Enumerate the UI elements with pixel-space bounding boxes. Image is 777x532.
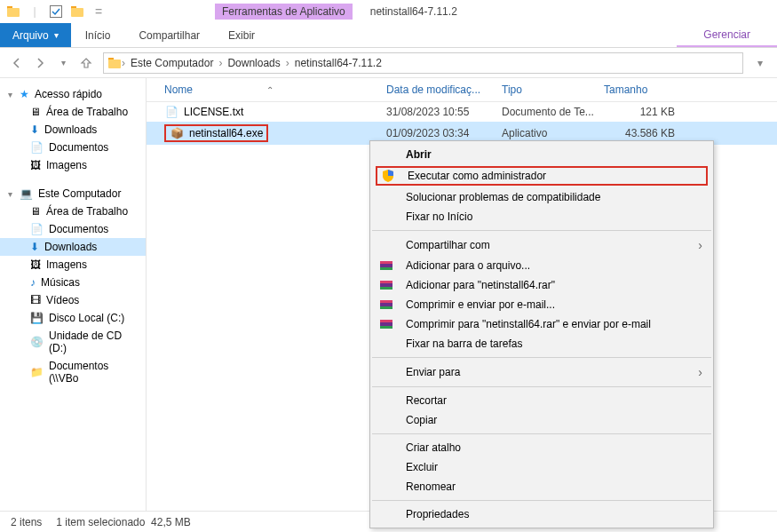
sidebar-quickaccess[interactable]: ▾ ★ Acesso rápido	[0, 85, 146, 103]
sidebar: ▾ ★ Acesso rápido 🖥Área de Trabalho ⬇Dow…	[0, 78, 147, 511]
sort-arrow-icon: ⌃	[266, 85, 274, 95]
shield-icon	[381, 169, 395, 183]
cm-open[interactable]: Abrir	[370, 145, 713, 164]
file-date: 31/08/2023 10:55	[386, 106, 502, 118]
chevron-right-icon: ›	[698, 238, 702, 252]
sidebar-item-disk-c[interactable]: 💾Disco Local (C:)	[0, 309, 146, 327]
status-items: 2 itens	[11, 516, 42, 528]
svg-rect-4	[71, 8, 83, 17]
sidebar-item-cd[interactable]: 💿Unidade de CD (D:)	[0, 327, 146, 357]
cm-label: Comprimir e enviar por e-mail...	[406, 298, 555, 311]
cm-cut[interactable]: Recortar	[370, 391, 713, 410]
svg-rect-8	[380, 261, 392, 264]
cm-rename[interactable]: Renomear	[370, 477, 713, 496]
cm-shortcut[interactable]: Criar atalho	[370, 438, 713, 457]
winrar-icon	[379, 258, 393, 273]
ribbon-manage-tab[interactable]: Gerenciar	[677, 23, 777, 47]
cm-compress-email[interactable]: Comprimir e enviar por e-mail...	[370, 295, 713, 314]
cm-share-with[interactable]: Compartilhar com ›	[370, 234, 713, 256]
ribbon-view-tab[interactable]: Exibir	[214, 23, 269, 47]
crumb-root[interactable]: Este Computador	[125, 57, 218, 69]
ribbon-file-label: Arquivo	[12, 29, 49, 42]
computer-icon: 💻	[20, 187, 33, 200]
back-button[interactable]	[5, 52, 28, 75]
sidebar-item-label: Downloads	[44, 123, 97, 136]
cm-run-as-admin[interactable]: Executar como administrador	[376, 166, 708, 186]
dropdown-button[interactable]: ▾	[749, 52, 772, 75]
file-size: 121 KB	[604, 106, 675, 118]
sidebar-item-label: Documentos (\\VBo	[49, 360, 140, 385]
file-type: Aplicativo	[502, 127, 604, 139]
sidebar-item-desktop[interactable]: 🖥Área de Trabalho	[0, 103, 146, 121]
cm-compat[interactable]: Solucionar problemas de compatibilidade	[370, 187, 713, 207]
svg-rect-6	[108, 60, 121, 68]
col-type[interactable]: Tipo	[502, 83, 604, 96]
sidebar-item-pc-music[interactable]: ♪Músicas	[0, 274, 146, 291]
cm-pin-start[interactable]: Fixar no Início	[370, 207, 713, 226]
cm-separator	[372, 386, 711, 387]
sidebar-item-label: Disco Local (C:)	[49, 312, 124, 324]
cm-send-to[interactable]: Enviar para ›	[370, 361, 713, 383]
crumb-downloads[interactable]: Downloads	[222, 57, 285, 69]
col-size[interactable]: Tamanho	[604, 83, 675, 96]
file-row[interactable]: 📄 LICENSE.txt 31/08/2023 10:55 Documento…	[147, 102, 777, 122]
cm-label: Comprimir para "netinstall64.rar" e envi…	[406, 318, 651, 330]
col-date[interactable]: Data de modificaç...	[386, 83, 502, 96]
breadcrumb[interactable]: › Este Computador › Downloads › netinsta…	[103, 52, 743, 74]
sidebar-item-label: Este Computador	[38, 187, 121, 200]
sidebar-item-pictures[interactable]: 🖼Imagens	[0, 156, 146, 174]
sidebar-item-downloads[interactable]: ⬇Downloads	[0, 121, 146, 139]
disk-icon: 💾	[30, 312, 44, 324]
contextual-tab-label: Ferramentas de Aplicativo	[215, 4, 353, 20]
document-icon: 📄	[30, 141, 44, 154]
cm-pin-taskbar[interactable]: Fixar na barra de tarefas	[370, 334, 713, 353]
col-name[interactable]: Nome ⌃	[164, 83, 386, 96]
winrar-icon	[379, 298, 393, 312]
forward-button[interactable]	[28, 52, 52, 75]
sidebar-item-label: Documentos	[49, 141, 108, 154]
up-button[interactable]	[75, 52, 98, 75]
download-icon: ⬇	[30, 123, 39, 136]
cm-compress-rar-email[interactable]: Comprimir para "netinstall64.rar" e envi…	[370, 314, 713, 334]
cm-label: Compartilhar com	[406, 239, 490, 251]
ribbon-share-tab[interactable]: Compartilhar	[124, 23, 214, 47]
equals-icon[interactable]: =	[89, 2, 108, 21]
sidebar-item-pc-desktop[interactable]: 🖥Área de Trabalho	[0, 202, 146, 220]
sidebar-item-label: Área de Trabalho	[46, 106, 128, 118]
cm-separator	[372, 357, 711, 358]
winrar-icon	[379, 317, 393, 331]
checkbox-icon[interactable]	[46, 2, 66, 21]
cm-add-archive[interactable]: Adicionar para o arquivo...	[370, 256, 713, 275]
cm-label: Adicionar para "netinstall64.rar"	[406, 279, 555, 291]
ribbon-file-tab[interactable]: Arquivo ▾	[0, 23, 71, 47]
sidebar-item-netdocs[interactable]: 📁Documentos (\\VBo	[0, 357, 146, 387]
cm-properties[interactable]: Propriedades	[370, 504, 713, 524]
sidebar-item-documents[interactable]: 📄Documentos	[0, 139, 146, 156]
svg-rect-17	[380, 320, 392, 322]
sidebar-thispc[interactable]: ▾ 💻 Este Computador	[0, 185, 146, 202]
folder-icon[interactable]	[4, 2, 23, 21]
recent-button[interactable]: ▾	[52, 52, 75, 75]
sidebar-item-label: Músicas	[41, 276, 80, 289]
sidebar-item-pc-videos[interactable]: 🎞Vídeos	[0, 291, 146, 309]
sidebar-item-label: Unidade de CD (D:)	[49, 330, 140, 354]
cm-copy[interactable]: Copiar	[370, 410, 713, 430]
crumb-folder[interactable]: netinstall64-7.11.2	[289, 57, 387, 69]
ribbon-home-tab[interactable]: Início	[71, 23, 125, 47]
chevron-down-icon: ▾	[54, 30, 59, 40]
cm-delete[interactable]: Excluir	[370, 457, 713, 477]
sidebar-item-pc-pictures[interactable]: 🖼Imagens	[0, 256, 146, 274]
sidebar-item-pc-documents[interactable]: 📄Documentos	[0, 220, 146, 238]
cm-add-rar[interactable]: Adicionar para "netinstall64.rar"	[370, 275, 713, 295]
svg-rect-9	[380, 267, 392, 270]
window-title: netinstall64-7.11.2	[370, 5, 457, 18]
exe-file-icon: 📦	[170, 126, 184, 140]
qat-folder-icon[interactable]	[67, 2, 87, 21]
cm-label: Enviar para	[406, 366, 460, 378]
quick-access-toolbar: | =	[4, 2, 108, 21]
sidebar-item-label: Área de Trabalho	[46, 205, 128, 218]
svg-rect-11	[380, 281, 392, 283]
desktop-icon: 🖥	[30, 106, 41, 118]
sidebar-item-pc-downloads[interactable]: ⬇Downloads	[0, 238, 146, 256]
music-icon: ♪	[30, 276, 36, 289]
